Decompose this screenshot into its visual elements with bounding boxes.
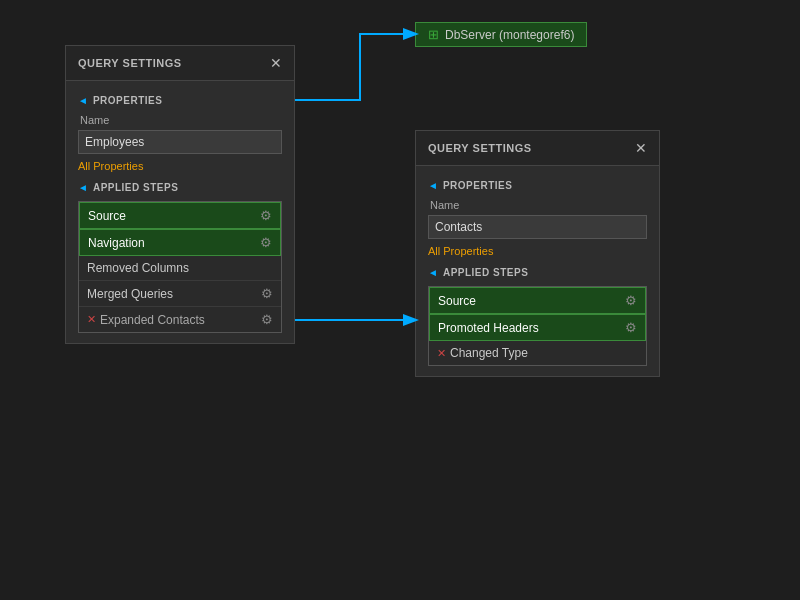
right-step-promoted-headers[interactable]: Promoted Headers ⚙ (429, 314, 646, 341)
right-step-source-gear-icon[interactable]: ⚙ (625, 293, 637, 308)
left-applied-steps-header: ◄ APPLIED STEPS (78, 182, 282, 193)
right-properties-arrow-icon: ◄ (428, 180, 438, 191)
left-step-navigation-gear-icon[interactable]: ⚙ (260, 235, 272, 250)
right-all-properties-link[interactable]: All Properties (428, 245, 647, 257)
left-step-navigation[interactable]: Navigation ⚙ (79, 229, 281, 256)
right-name-label: Name (430, 199, 647, 211)
right-panel-close-button[interactable]: ✕ (635, 141, 647, 155)
left-query-settings-panel: QUERY SETTINGS ✕ ◄ PROPERTIES Name All P… (65, 45, 295, 344)
left-step-source-gear-icon[interactable]: ⚙ (260, 208, 272, 223)
left-properties-section-header: ◄ PROPERTIES (78, 95, 282, 106)
left-step-merged-queries-label: Merged Queries (87, 287, 261, 301)
right-applied-steps-header: ◄ APPLIED STEPS (428, 267, 647, 278)
left-step-removed-columns-label: Removed Columns (87, 261, 273, 275)
left-properties-title: PROPERTIES (93, 95, 162, 106)
left-step-source-label: Source (88, 209, 260, 223)
left-applied-steps-title: APPLIED STEPS (93, 182, 178, 193)
db-server-label: DbServer (montegoref6) (445, 28, 574, 42)
right-step-changed-type[interactable]: ✕ Changed Type (429, 341, 646, 365)
left-step-expanded-contacts-error-icon: ✕ (87, 313, 96, 326)
left-step-merged-queries-gear-icon[interactable]: ⚙ (261, 286, 273, 301)
left-step-source[interactable]: Source ⚙ (79, 202, 281, 229)
db-server-box: ⊞ DbServer (montegoref6) (415, 22, 587, 47)
left-step-removed-columns[interactable]: Removed Columns (79, 256, 281, 281)
right-panel-body: ◄ PROPERTIES Name All Properties ◄ APPLI… (416, 166, 659, 376)
right-query-settings-panel: QUERY SETTINGS ✕ ◄ PROPERTIES Name All P… (415, 130, 660, 377)
left-name-input[interactable] (78, 130, 282, 154)
right-properties-title: PROPERTIES (443, 180, 512, 191)
right-applied-steps-title: APPLIED STEPS (443, 267, 528, 278)
arrow-left-to-db (295, 34, 415, 100)
right-step-changed-type-error-icon: ✕ (437, 347, 446, 360)
right-properties-section-header: ◄ PROPERTIES (428, 180, 647, 191)
left-steps-list: Source ⚙ Navigation ⚙ Removed Columns Me… (78, 201, 282, 333)
left-step-expanded-contacts[interactable]: ✕ Expanded Contacts ⚙ (79, 307, 281, 332)
right-steps-arrow-icon: ◄ (428, 267, 438, 278)
right-step-source-label: Source (438, 294, 625, 308)
left-steps-arrow-icon: ◄ (78, 182, 88, 193)
left-step-merged-queries[interactable]: Merged Queries ⚙ (79, 281, 281, 307)
right-step-promoted-headers-gear-icon[interactable]: ⚙ (625, 320, 637, 335)
left-step-expanded-contacts-left: ✕ Expanded Contacts (87, 313, 261, 327)
left-panel-close-button[interactable]: ✕ (270, 56, 282, 70)
left-panel-body: ◄ PROPERTIES Name All Properties ◄ APPLI… (66, 81, 294, 343)
db-icon: ⊞ (428, 27, 439, 42)
left-panel-header: QUERY SETTINGS ✕ (66, 46, 294, 81)
right-panel-header: QUERY SETTINGS ✕ (416, 131, 659, 166)
left-properties-arrow-icon: ◄ (78, 95, 88, 106)
right-step-changed-type-left: ✕ Changed Type (437, 346, 638, 360)
left-panel-title: QUERY SETTINGS (78, 57, 182, 69)
right-panel-title: QUERY SETTINGS (428, 142, 532, 154)
right-step-source[interactable]: Source ⚙ (429, 287, 646, 314)
right-steps-list: Source ⚙ Promoted Headers ⚙ ✕ Changed Ty… (428, 286, 647, 366)
right-name-input[interactable] (428, 215, 647, 239)
right-step-changed-type-label: Changed Type (450, 346, 528, 360)
left-step-expanded-contacts-gear-icon[interactable]: ⚙ (261, 312, 273, 327)
right-step-promoted-headers-label: Promoted Headers (438, 321, 625, 335)
left-all-properties-link[interactable]: All Properties (78, 160, 282, 172)
left-step-expanded-contacts-label: Expanded Contacts (100, 313, 205, 327)
left-name-label: Name (80, 114, 282, 126)
left-step-navigation-label: Navigation (88, 236, 260, 250)
